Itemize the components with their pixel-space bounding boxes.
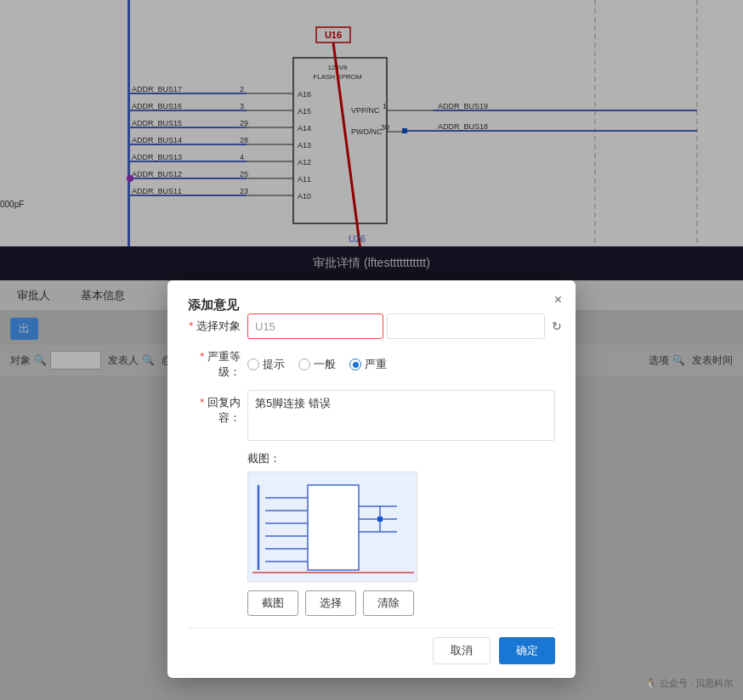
required-star-3: * bbox=[200, 396, 204, 409]
radio-hint-circle[interactable] bbox=[247, 358, 259, 370]
screenshot-clear-button[interactable]: 清除 bbox=[363, 590, 414, 616]
severity-serious[interactable]: 严重 bbox=[349, 357, 387, 372]
watermark: 🐧 公众号 · 贝思科尔 bbox=[645, 677, 733, 690]
radio-normal-circle[interactable] bbox=[298, 358, 310, 370]
severity-hint-label: 提示 bbox=[263, 357, 285, 372]
select-object-label: * 选择对象 bbox=[188, 319, 247, 334]
modal-title: 添加意见 bbox=[188, 297, 239, 312]
screenshot-capture-button[interactable]: 截图 bbox=[247, 590, 298, 616]
severity-hint[interactable]: 提示 bbox=[247, 357, 285, 372]
modal-close-button[interactable]: × bbox=[554, 292, 562, 308]
reply-content-row: * 回复内容： 第5脚连接 错误 bbox=[188, 390, 555, 441]
severity-row: * 严重等级： 提示 一般 严重 bbox=[188, 349, 555, 380]
severity-label: * 严重等级： bbox=[188, 349, 247, 380]
screenshot-btn-group: 截图 选择 清除 bbox=[188, 590, 555, 616]
screenshot-select-button[interactable]: 选择 bbox=[305, 590, 356, 616]
reply-content-textarea[interactable]: 第5脚连接 错误 bbox=[247, 390, 555, 441]
reply-content-label: * 回复内容： bbox=[188, 390, 247, 426]
screenshot-label: 截图： bbox=[188, 451, 555, 466]
required-star-1: * bbox=[189, 319, 193, 332]
severity-normal-label: 一般 bbox=[314, 357, 336, 372]
confirm-button[interactable]: 确定 bbox=[499, 637, 555, 664]
severity-radio-group: 提示 一般 严重 bbox=[247, 357, 387, 372]
svg-rect-73 bbox=[377, 517, 383, 522]
svg-rect-62 bbox=[308, 485, 359, 570]
add-comment-modal: 添加意见 × * 选择对象 ↻ * 严重等级： 提示 bbox=[167, 280, 576, 678]
refresh-icon[interactable]: ↻ bbox=[552, 319, 562, 333]
modal-footer: 取消 确定 bbox=[188, 628, 555, 664]
watermark-icon: 🐧 公众号 · 贝思科尔 bbox=[645, 678, 733, 688]
cancel-button[interactable]: 取消 bbox=[433, 637, 491, 664]
modal-overlay: 添加意见 × * 选择对象 ↻ * 严重等级： 提示 bbox=[0, 0, 743, 700]
required-star-2: * bbox=[200, 350, 204, 363]
severity-serious-label: 严重 bbox=[365, 357, 387, 372]
select-object-row: * 选择对象 ↻ bbox=[188, 313, 555, 339]
screenshot-area: 截图： bbox=[188, 451, 555, 616]
screenshot-svg bbox=[248, 472, 417, 582]
severity-normal[interactable]: 一般 bbox=[298, 357, 336, 372]
select-object-input2[interactable] bbox=[387, 313, 545, 339]
select-object-input[interactable] bbox=[247, 313, 383, 339]
radio-serious-inner bbox=[353, 362, 359, 368]
radio-serious-circle[interactable] bbox=[349, 358, 361, 370]
screenshot-box bbox=[247, 471, 417, 582]
